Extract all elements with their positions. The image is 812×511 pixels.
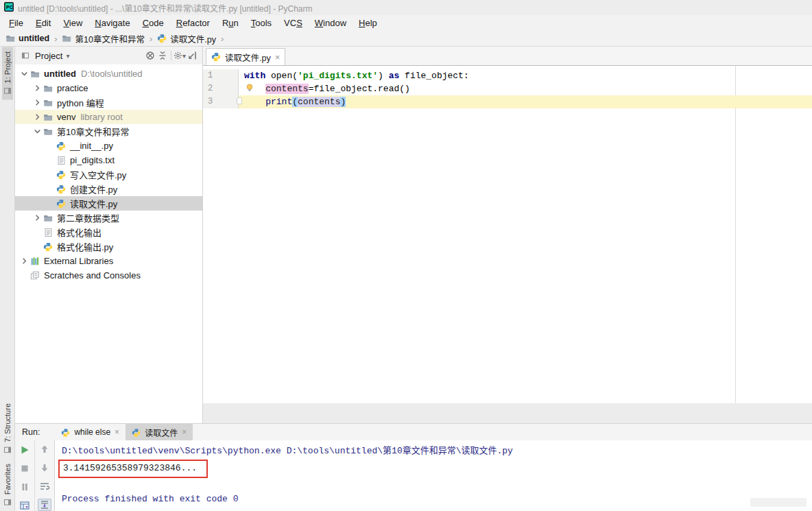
tree-item[interactable]: External Libraries — [15, 254, 202, 268]
code-text: with open('pi_digits.txt') as file_objec… — [239, 69, 812, 82]
breadcrumb-label: untitled — [19, 34, 49, 43]
project-panel-title: Project — [35, 51, 62, 61]
tree-item-label: venv — [57, 112, 75, 122]
menu-vcs[interactable]: VCS — [278, 15, 309, 31]
tree-item[interactable]: 格式化输出 — [15, 225, 202, 239]
close-icon[interactable]: × — [275, 53, 280, 62]
rerun-icon[interactable] — [18, 444, 32, 455]
code-token: file_object: — [399, 71, 468, 81]
breadcrumb: untitled›第10章文件和异常›读取文件.py› — [0, 31, 812, 47]
gutter-line-number: 2 — [203, 82, 239, 95]
up-icon[interactable] — [38, 444, 51, 455]
scroll-to-end-icon[interactable] — [38, 499, 51, 511]
tree-item[interactable]: 格式化输出.py — [15, 239, 202, 254]
close-icon[interactable]: × — [182, 427, 187, 437]
editor-code-area[interactable]: 1with open('pi_digits.txt') as file_obje… — [203, 66, 812, 403]
code-token: contents — [298, 97, 340, 107]
stripe-button-project[interactable]: 1: Project — [2, 47, 13, 99]
intention-bulb-icon[interactable] — [245, 83, 254, 97]
settings-icon[interactable]: ▾ — [174, 49, 186, 62]
run-tab-label: while else — [74, 427, 110, 437]
console-line: Process finished with exit code 0 — [62, 492, 812, 506]
tree-item[interactable]: __init__.py — [15, 139, 202, 153]
editor-tab[interactable]: 读取文件.py × — [206, 48, 285, 65]
restore-layout-icon[interactable] — [18, 499, 32, 511]
menu-view[interactable]: View — [57, 15, 88, 31]
tree-item[interactable]: python 编程 — [15, 95, 202, 110]
tree-item-label: untitled — [44, 69, 76, 79]
chevron-right-icon[interactable] — [32, 83, 43, 93]
tree-item[interactable]: 第二章数据类型 — [15, 211, 202, 225]
tree-item[interactable]: practice — [15, 81, 202, 95]
folder-icon — [43, 213, 53, 224]
python-file-icon — [211, 52, 221, 62]
python-file-icon — [132, 428, 141, 437]
stripe-label: 7: Structure — [3, 403, 12, 442]
tree-item[interactable]: 创建文件.py — [15, 182, 202, 196]
chevron-down-icon[interactable] — [32, 126, 43, 136]
chevron-down-icon[interactable]: ▾ — [66, 52, 69, 60]
menu-code[interactable]: Code — [136, 15, 170, 31]
console-line — [62, 479, 812, 492]
chevron-none — [45, 141, 56, 151]
menu-run[interactable]: Run — [216, 15, 245, 31]
gutter-marker-icon[interactable] — [235, 96, 244, 110]
code-token: with — [244, 71, 271, 81]
breadcrumb-separator-icon: › — [54, 34, 57, 44]
close-icon[interactable]: × — [115, 427, 119, 437]
chevron-right-icon[interactable] — [19, 256, 29, 266]
menu-tools[interactable]: Tools — [245, 15, 278, 31]
chevron-right-icon[interactable] — [32, 112, 43, 122]
breadcrumb-item[interactable]: 读取文件.py — [157, 32, 216, 45]
run-tab[interactable]: 读取文件× — [126, 424, 193, 440]
separator — [171, 51, 171, 60]
run-label: Run: — [22, 427, 40, 437]
run-console[interactable]: D:\tools\untitled\venv\Scripts\python.ex… — [55, 440, 812, 511]
tree-item[interactable]: 写入空文件.py — [15, 167, 202, 182]
editor-tab-bar: 读取文件.py × — [203, 47, 812, 66]
tree-item-label: External Libraries — [44, 256, 113, 266]
folder-icon — [43, 126, 53, 137]
stripe-button-favorites[interactable]: Favorites — [2, 459, 13, 511]
menu-navigate[interactable]: Navigate — [88, 15, 136, 31]
tree-item[interactable]: 读取文件.py — [15, 196, 202, 211]
locate-icon[interactable] — [144, 49, 156, 62]
menu-edit[interactable]: Edit — [29, 15, 57, 31]
scratches-icon — [29, 270, 40, 281]
code-token: =file_object.read() — [309, 84, 410, 94]
down-icon[interactable] — [38, 462, 51, 474]
breadcrumb-item[interactable]: untitled — [5, 34, 49, 43]
pause-icon[interactable] — [18, 481, 32, 492]
tree-item[interactable]: pi_digits.txt — [15, 153, 202, 167]
run-tab[interactable]: while else× — [55, 424, 126, 440]
gutter-line-number: 3 — [203, 95, 239, 108]
menu-refactor[interactable]: Refactor — [170, 15, 216, 31]
tree-item[interactable]: 第10章文件和异常 — [15, 124, 202, 139]
chevron-right-icon[interactable] — [32, 97, 43, 108]
chevron-down-icon[interactable] — [19, 69, 29, 79]
soft-wrap-icon[interactable] — [38, 480, 51, 492]
tree-item[interactable]: untitledD:\tools\untitled — [15, 67, 202, 81]
chevron-right-icon[interactable] — [32, 213, 43, 223]
run-tab-label: 读取文件 — [145, 427, 178, 438]
tree-item-label: Scratches and Consoles — [44, 270, 141, 281]
folder-icon — [5, 34, 15, 43]
svg-text:PC: PC — [6, 5, 13, 10]
breadcrumb-label: 第10章文件和异常 — [75, 32, 144, 45]
menu-file[interactable]: File — [3, 15, 29, 31]
code-token: ( — [292, 97, 298, 107]
hide-icon[interactable] — [186, 49, 198, 62]
stripe-button-structure[interactable]: 7: Structure — [2, 399, 13, 459]
breadcrumb-item[interactable]: 第10章文件和异常 — [62, 32, 144, 45]
chevron-none — [45, 155, 56, 165]
chevron-none — [45, 184, 56, 194]
tree-item[interactable]: Scratches and Consoles — [15, 268, 202, 283]
project-panel-header: Project ▾ ▾ — [15, 47, 202, 64]
run-toolbar — [15, 440, 55, 511]
chevron-none — [19, 270, 29, 281]
tree-item[interactable]: venvlibrary root — [15, 110, 202, 124]
collapse-all-icon[interactable] — [156, 49, 169, 62]
menu-window[interactable]: Window — [309, 15, 353, 31]
stop-icon[interactable] — [18, 462, 32, 474]
menu-help[interactable]: Help — [353, 15, 383, 31]
